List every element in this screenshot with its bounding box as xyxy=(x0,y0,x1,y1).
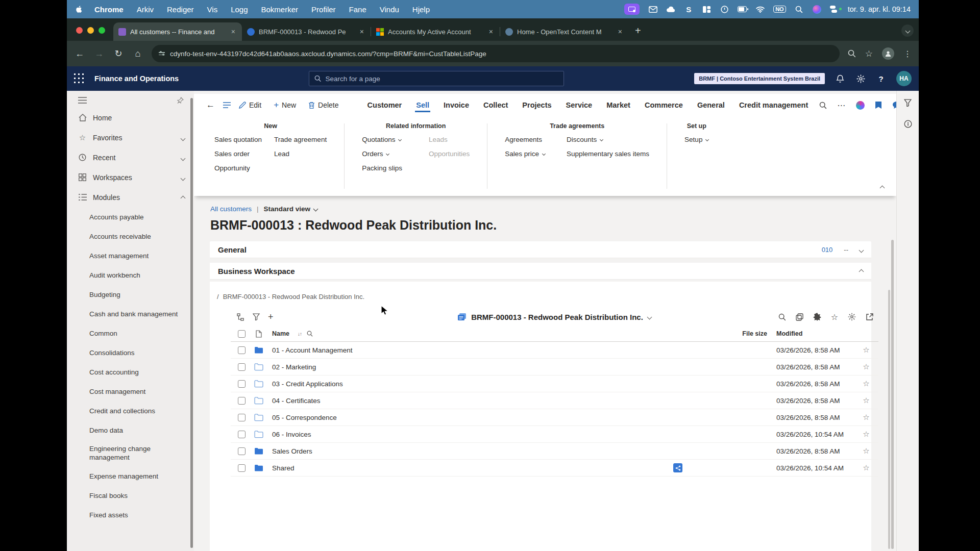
tab-all-customers[interactable]: All customers -- Finance and × xyxy=(113,22,242,41)
file-name[interactable]: 03 - Credit Applications xyxy=(272,380,343,388)
module-cash-bank[interactable]: Cash and bank management xyxy=(67,304,194,323)
menu-chrome[interactable]: Chrome xyxy=(94,5,124,14)
column-file-size[interactable]: File size xyxy=(734,330,767,337)
tab-brmf-000013[interactable]: BRMF-000013 - Redwood Pe × xyxy=(242,22,371,41)
home-button[interactable]: ⌂ xyxy=(132,48,143,59)
back-button[interactable]: ← xyxy=(74,48,85,59)
window-layout-icon[interactable] xyxy=(702,5,711,14)
general-section-header[interactable]: General 010 -- xyxy=(210,241,871,258)
sidebar-item-recent[interactable]: Recent xyxy=(67,147,194,167)
menu-sales-price[interactable]: Sales price xyxy=(501,149,549,159)
fast-user-switch-icon[interactable] xyxy=(830,5,839,14)
module-common[interactable]: Common xyxy=(67,323,194,343)
column-modified[interactable]: Modified xyxy=(767,330,854,337)
business-workspace-section-header[interactable]: Business Workspace xyxy=(210,263,871,280)
menu-vis[interactable]: Vis xyxy=(207,5,218,14)
s-app-icon[interactable]: S xyxy=(684,5,693,14)
nav-collapse-icon[interactable] xyxy=(78,97,87,104)
app-title[interactable]: Finance and Operations xyxy=(94,74,179,83)
module-engineering-change[interactable]: Engineering change management xyxy=(67,440,169,466)
file-name[interactable]: 06 - Invoices xyxy=(272,431,311,438)
menu-quotations[interactable]: Quotations xyxy=(358,135,406,144)
menu-vindu[interactable]: Vindu xyxy=(380,5,399,14)
column-search-icon[interactable] xyxy=(307,331,313,337)
tab-invoice[interactable]: Invoice xyxy=(436,96,476,114)
notifications-bell-icon[interactable] xyxy=(835,73,845,84)
tab-projects[interactable]: Projects xyxy=(515,96,558,114)
general-summary-value[interactable]: 010 xyxy=(822,246,833,254)
reload-button[interactable]: ↻ xyxy=(113,48,124,59)
module-consolidations[interactable]: Consolidations xyxy=(67,343,194,362)
power-apps-icon[interactable] xyxy=(856,101,865,110)
add-icon[interactable]: + xyxy=(268,312,274,322)
page-scrollbar[interactable] xyxy=(891,240,894,549)
address-bar[interactable]: cdynfo-test-env-443197dc42d641ab0aaos.ax… xyxy=(152,45,840,62)
row-checkbox[interactable] xyxy=(238,431,246,438)
pin-icon[interactable] xyxy=(177,97,184,104)
forward-button[interactable]: → xyxy=(93,48,105,59)
table-row[interactable]: 02 - Marketing 03/26/2026, 8:58 AM ☆ xyxy=(231,359,878,375)
search-icon[interactable] xyxy=(819,102,827,109)
favorite-star-icon[interactable]: ☆ xyxy=(854,379,878,388)
module-audit-workbench[interactable]: Audit workbench xyxy=(67,265,194,285)
explorer-title[interactable]: BRMF-000013 - Redwood Peak Distribution … xyxy=(471,313,643,321)
menu-opportunities[interactable]: Opportunities xyxy=(425,149,474,159)
menu-packing-slips[interactable]: Packing slips xyxy=(358,163,406,173)
table-row[interactable]: 04 - Certificates 03/26/2026, 8:58 AM ☆ xyxy=(231,392,878,409)
favorite-star-icon[interactable]: ☆ xyxy=(854,463,878,472)
apple-logo-icon[interactable] xyxy=(75,5,83,13)
expand-section-icon[interactable] xyxy=(860,245,863,254)
shortcuts-icon[interactable] xyxy=(720,5,729,14)
file-name[interactable]: 04 - Certificates xyxy=(272,397,321,405)
favorite-star-icon[interactable]: ☆ xyxy=(854,345,878,355)
browser-profile-avatar[interactable] xyxy=(882,47,894,60)
module-budgeting[interactable]: Budgeting xyxy=(67,285,194,304)
file-name[interactable]: 01 - Account Management xyxy=(272,346,353,354)
file-name[interactable]: Sales Orders xyxy=(272,447,312,455)
star-icon[interactable]: ☆ xyxy=(831,312,838,322)
view-selector[interactable]: Standard view xyxy=(264,205,318,213)
more-options-icon[interactable]: ⋯ xyxy=(837,101,846,110)
select-all-checkbox[interactable] xyxy=(238,330,246,338)
menu-lead[interactable]: Lead xyxy=(270,149,331,159)
row-checkbox[interactable] xyxy=(238,397,246,405)
site-settings-icon[interactable] xyxy=(159,52,165,55)
row-checkbox[interactable] xyxy=(238,346,246,354)
tab-service[interactable]: Service xyxy=(559,96,600,114)
sidebar-item-workspaces[interactable]: Workspaces xyxy=(67,167,194,187)
task-recorder-icon[interactable] xyxy=(875,101,882,109)
row-checkbox[interactable] xyxy=(238,447,246,455)
tab-market[interactable]: Market xyxy=(599,96,638,114)
search-icon[interactable] xyxy=(778,313,786,321)
row-checkbox[interactable] xyxy=(238,414,246,421)
module-demo-data[interactable]: Demo data xyxy=(67,420,194,440)
favorite-star-icon[interactable]: ☆ xyxy=(854,430,878,439)
filter-pane-icon[interactable] xyxy=(904,99,912,107)
table-row[interactable]: 01 - Account Management 03/26/2026, 8:58… xyxy=(231,342,878,359)
page-search-box[interactable] xyxy=(309,71,564,86)
explorer-scrollbar[interactable] xyxy=(888,290,890,549)
row-checkbox[interactable] xyxy=(238,464,246,472)
cloud-icon[interactable] xyxy=(666,5,675,14)
table-row[interactable]: Shared 03/26/2026, 10:54 AM ☆ xyxy=(231,460,878,477)
url-text[interactable]: cdynfo-test-env-443197dc42d641ab0aaos.ax… xyxy=(170,50,486,58)
settings-gear-icon[interactable] xyxy=(848,313,856,321)
module-credit-collections[interactable]: Credit and collections xyxy=(67,401,194,420)
menu-sales-order[interactable]: Sales order xyxy=(210,149,266,159)
sort-icon[interactable]: ↓↑ xyxy=(298,331,302,337)
table-row[interactable]: 05 - Correspondence 03/26/2026, 8:58 AM … xyxy=(231,409,878,426)
app-launcher-icon[interactable] xyxy=(67,66,91,91)
module-accounts-payable[interactable]: Accounts payable xyxy=(67,207,194,227)
module-fixed-assets[interactable]: Fixed assets xyxy=(67,505,194,524)
tab-sell[interactable]: Sell xyxy=(409,96,436,114)
chat-icon[interactable]: 0 xyxy=(892,101,896,109)
menubar-clock[interactable]: tor. 9. apr. kl. 09:14 xyxy=(848,5,911,13)
sidebar-item-favorites[interactable]: ☆ Favorites xyxy=(67,128,194,147)
file-name[interactable]: 05 - Correspondence xyxy=(272,414,337,421)
user-avatar[interactable]: HA xyxy=(896,71,912,86)
menu-arkiv[interactable]: Arkiv xyxy=(137,5,154,14)
menu-profiler[interactable]: Profiler xyxy=(311,5,336,14)
tab-credit-management[interactable]: Credit management xyxy=(732,96,815,114)
environment-badge[interactable]: BRMF | Contoso Entertainment System Braz… xyxy=(694,73,825,84)
favorite-star-icon[interactable]: ☆ xyxy=(854,396,878,405)
